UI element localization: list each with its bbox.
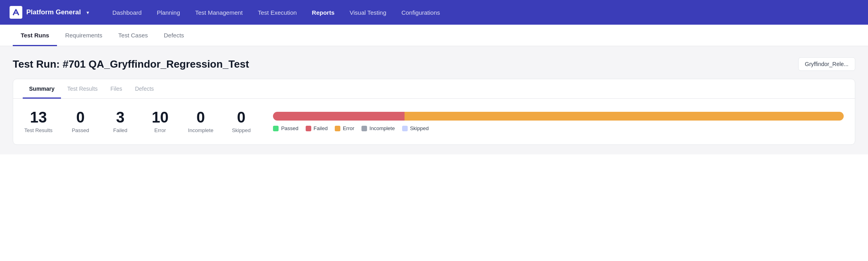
legend-passed: Passed (273, 125, 298, 131)
legend-failed: Failed (306, 125, 328, 131)
tab-test-cases[interactable]: Test Cases (110, 25, 156, 46)
stat-skipped-value: 0 (237, 110, 245, 125)
stat-skipped: 0 Skipped (229, 110, 253, 133)
legend: Passed Failed Error Incomplete (273, 125, 844, 131)
page-badge[interactable]: Gryffindor_Rele... (798, 57, 855, 71)
nav-test-execution[interactable]: Test Execution (251, 6, 304, 19)
legend-dot-error (335, 126, 340, 131)
stat-test-results-value: 13 (30, 110, 47, 125)
stat-passed: 0 Passed (69, 110, 92, 133)
nav-test-management[interactable]: Test Management (188, 6, 250, 19)
legend-dot-incomplete (361, 126, 367, 131)
nav-visual-testing[interactable]: Visual Testing (342, 6, 393, 19)
legend-skipped-label: Skipped (410, 125, 429, 131)
legend-failed-label: Failed (314, 125, 328, 131)
stat-incomplete-value: 0 (196, 110, 205, 125)
legend-dot-skipped (402, 126, 408, 131)
nav-planning[interactable]: Planning (149, 6, 187, 19)
nav-reports[interactable]: Reports (305, 6, 342, 19)
stat-skipped-label: Skipped (232, 127, 251, 133)
page-title: Test Run: #701 QA_Gryffindor_Regression_… (13, 58, 249, 70)
tab-defects-summary[interactable]: Defects (129, 79, 160, 99)
brand-chevron-icon[interactable]: ▾ (86, 10, 89, 16)
stat-error-label: Error (154, 127, 166, 133)
legend-skipped: Skipped (402, 125, 429, 131)
legend-error: Error (335, 125, 354, 131)
stat-failed-value: 3 (116, 110, 124, 125)
chart-section: Passed Failed Error Incomplete (253, 112, 844, 131)
main-area: Test Run: #701 QA_Gryffindor_Regression_… (0, 46, 868, 154)
page-header: Test Run: #701 QA_Gryffindor_Regression_… (13, 57, 855, 71)
stats-section: 13 Test Results 0 Passed 3 Failed 10 Err… (13, 99, 855, 144)
stat-failed: 3 Failed (108, 110, 132, 133)
summary-tabs: Summary Test Results Files Defects (13, 79, 855, 99)
nav-dashboard[interactable]: Dashboard (105, 6, 149, 19)
legend-dot-passed (273, 126, 279, 131)
stat-passed-value: 0 (76, 110, 84, 125)
brand-logo-icon (10, 6, 22, 19)
nav-configurations[interactable]: Configurations (394, 6, 447, 19)
legend-incomplete-label: Incomplete (369, 125, 395, 131)
tab-files[interactable]: Files (104, 79, 129, 99)
stats-numbers: 13 Test Results 0 Passed 3 Failed 10 Err… (24, 110, 253, 133)
stat-passed-label: Passed (72, 127, 89, 133)
legend-error-label: Error (343, 125, 354, 131)
tab-requirements[interactable]: Requirements (57, 25, 110, 46)
progress-bar (273, 112, 844, 121)
tab-defects[interactable]: Defects (156, 25, 192, 46)
stat-error-value: 10 (152, 110, 169, 125)
bar-error (405, 112, 844, 121)
stat-incomplete: 0 Incomplete (188, 110, 214, 133)
summary-card: Summary Test Results Files Defects 13 Te… (13, 79, 855, 145)
bar-failed (273, 112, 404, 121)
navbar: Platform General ▾ Dashboard Planning Te… (0, 0, 868, 25)
tab-summary[interactable]: Summary (23, 79, 61, 99)
nav-links: Dashboard Planning Test Management Test … (105, 6, 858, 19)
stat-failed-label: Failed (113, 127, 127, 133)
page-tabs: Test Runs Requirements Test Cases Defect… (0, 25, 868, 46)
page-content: Test Runs Requirements Test Cases Defect… (0, 25, 868, 261)
legend-incomplete: Incomplete (361, 125, 395, 131)
legend-passed-label: Passed (281, 125, 298, 131)
stat-error: 10 Error (148, 110, 172, 133)
legend-dot-failed (306, 126, 311, 131)
stat-test-results: 13 Test Results (24, 110, 53, 133)
stat-incomplete-label: Incomplete (188, 127, 214, 133)
brand[interactable]: Platform General ▾ (10, 6, 89, 19)
tab-test-results[interactable]: Test Results (61, 79, 104, 99)
stat-test-results-label: Test Results (24, 127, 53, 133)
brand-name: Platform General (26, 8, 81, 16)
tab-test-runs[interactable]: Test Runs (13, 25, 57, 46)
